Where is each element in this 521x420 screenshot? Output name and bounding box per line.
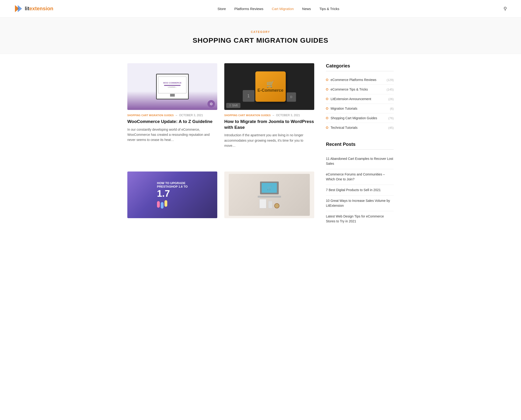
- nav-news[interactable]: News: [302, 7, 311, 11]
- recent-post-item[interactable]: Latest Web Design Tips for eCommerce Sto…: [326, 211, 394, 226]
- article-date: OCTOBER 3, 2021: [276, 114, 300, 117]
- article-title[interactable]: WooCommerce Update: A to Z Guideline: [127, 119, 217, 125]
- article-meta: SHOPPING CART MIGRATION GUIDES – OCTOBER…: [127, 114, 217, 117]
- keyboard-key: 🛒 E-Commerce: [255, 71, 286, 102]
- presta-content: HOW TO UPGRADE PRESTASHOP 1.6 TO 1.7: [152, 177, 193, 213]
- article-image-prestashop: HOW TO UPGRADE PRESTASHOP 1.6 TO 1.7 ⚙: [127, 172, 217, 218]
- category-item[interactable]: LitExtension Announcement (26): [326, 94, 394, 104]
- logo[interactable]: litextension: [14, 4, 53, 13]
- header: litextension Store Platforms Reviews Car…: [0, 0, 521, 17]
- nav-cart-migration[interactable]: Cart Migration: [272, 7, 294, 11]
- recent-post-item[interactable]: 7 Best Digital Products to Sell in 2021: [326, 185, 394, 195]
- logo-text: litextension: [25, 6, 53, 12]
- cat-bullet: [326, 107, 328, 110]
- hero-title: SHOPPING CART MIGRATION GUIDES: [5, 36, 516, 44]
- woo-monitor: WOO COMMERCE LOADING...: [156, 74, 189, 99]
- article-excerpt: Introduction If the apartment you are li…: [224, 133, 314, 148]
- main-nav: Store Platforms Reviews Cart Migration N…: [218, 7, 339, 11]
- cat-bullet: [326, 117, 328, 119]
- article-card: 🛒: [224, 172, 314, 236]
- articles-grid: WOO COMMERCE LOADING... ⚙ SHOPPING CART …: [127, 63, 314, 236]
- category-item[interactable]: Shopping Cart Migration Guides (76): [326, 113, 394, 123]
- article-card: HOW TO UPGRADE PRESTASHOP 1.6 TO 1.7 ⚙: [127, 172, 217, 236]
- nav-store[interactable]: Store: [218, 7, 226, 11]
- categories-title: Categories: [326, 63, 394, 71]
- article-card: WOO COMMERCE LOADING... ⚙ SHOPPING CART …: [127, 63, 217, 162]
- categories-section: Categories eCommerce Platforms Reviews (…: [326, 63, 394, 132]
- cat-bullet: [326, 98, 328, 100]
- article-excerpt: In our constantly developing world of eC…: [127, 127, 217, 142]
- hero-section: CATEGORY SHOPPING CART MIGRATION GUIDES: [0, 17, 521, 54]
- desk-illustration: 🛒: [229, 174, 310, 216]
- desk-laptop: 🛒: [260, 181, 279, 194]
- presta-line2: PRESTASHOP 1.6 TO: [157, 185, 188, 188]
- recent-post-item[interactable]: 10 Great Ways to Increase Sales Volume b…: [326, 195, 394, 211]
- recent-posts-list: 11 Abandoned Cart Examples to Recover Lo…: [326, 154, 394, 226]
- presta-line1: HOW TO UPGRADE: [157, 181, 188, 185]
- article-image-desk: 🛒: [224, 172, 314, 218]
- svg-marker-1: [18, 5, 22, 12]
- article-card: 1 🛒 E-Commerce D ⇧ Shift SHOPPING CART M…: [224, 63, 314, 162]
- category-item[interactable]: eCommerce Platforms Reviews (129): [326, 75, 394, 85]
- cat-bullet: [326, 88, 328, 90]
- hero-category-label: CATEGORY: [5, 30, 516, 34]
- article-meta: SHOPPING CART MIGRATION GUIDES – OCTOBER…: [224, 114, 314, 117]
- category-list: eCommerce Platforms Reviews (129) eComme…: [326, 75, 394, 132]
- category-item[interactable]: Migration Tutorials (6): [326, 104, 394, 113]
- cat-bullet: [326, 79, 328, 81]
- article-image-joomla: 1 🛒 E-Commerce D ⇧ Shift: [224, 63, 314, 110]
- logo-icon: [14, 4, 23, 13]
- recent-posts-section: Recent Posts 11 Abandoned Cart Examples …: [326, 142, 394, 226]
- article-category: SHOPPING CART MIGRATION GUIDES: [127, 114, 174, 117]
- search-button[interactable]: ⚲: [504, 6, 507, 11]
- nav-tips-tricks[interactable]: Tips & Tricks: [319, 7, 339, 11]
- recent-post-item[interactable]: 11 Abandoned Cart Examples to Recover Lo…: [326, 154, 394, 169]
- main-wrapper: WOO COMMERCE LOADING... ⚙ SHOPPING CART …: [123, 54, 398, 245]
- recent-posts-title: Recent Posts: [326, 142, 394, 150]
- category-item[interactable]: Technical Tutorials (45): [326, 123, 394, 132]
- category-item[interactable]: eCommerce Tips & Tricks (145): [326, 85, 394, 94]
- article-category: SHOPPING CART MIGRATION GUIDES: [224, 114, 271, 117]
- recent-post-item[interactable]: eCommerce Forums and Communities – Which…: [326, 169, 394, 185]
- article-image-woo: WOO COMMERCE LOADING... ⚙: [127, 63, 217, 110]
- presta-version: 1.7: [157, 188, 188, 199]
- sidebar: Categories eCommerce Platforms Reviews (…: [326, 63, 394, 236]
- cat-bullet: [326, 127, 328, 129]
- article-title[interactable]: How to Migrate from Joomla to WordPress …: [224, 119, 314, 130]
- nav-platforms-reviews[interactable]: Platforms Reviews: [234, 7, 263, 11]
- article-date: OCTOBER 3, 2021: [179, 114, 203, 117]
